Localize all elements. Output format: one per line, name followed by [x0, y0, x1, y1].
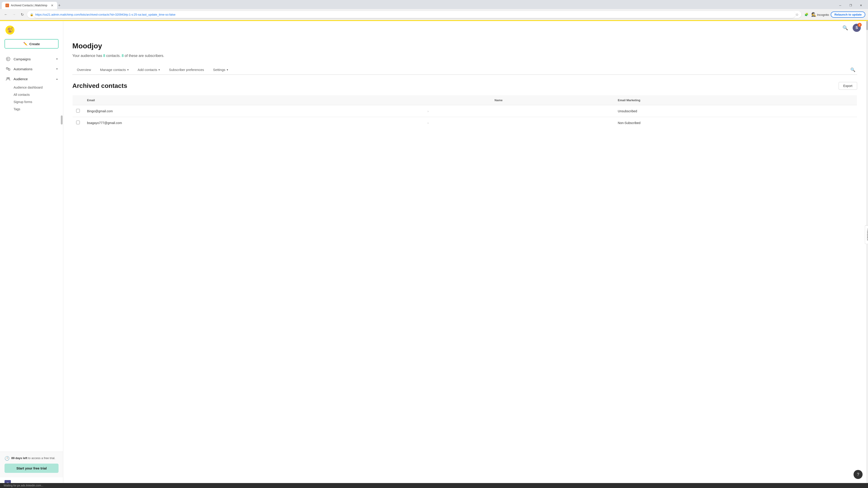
bookmark-button[interactable]: ☆	[796, 12, 799, 17]
tab-title: Archived Contacts | Mailchimp	[11, 4, 47, 7]
row-2-name	[491, 117, 614, 129]
audience-stats: Your audience has 8 contacts. 8 of these…	[72, 54, 857, 58]
row-1-expand-arrow: ›	[428, 109, 429, 113]
tab-close-btn[interactable]: ✕	[51, 4, 54, 7]
refresh-button[interactable]: ↻	[19, 11, 25, 18]
new-tab-button[interactable]: +	[58, 3, 61, 8]
row-1-email: Bingo@gmail.com	[84, 105, 424, 117]
status-bar: Waiting for px.ads.linkedin.com...	[0, 483, 868, 488]
export-button[interactable]: Export	[839, 82, 857, 90]
start-trial-button[interactable]: Start your free trial	[4, 464, 59, 473]
audience-icon	[5, 76, 11, 82]
tab-overview[interactable]: Overview	[72, 65, 96, 75]
incognito-label: 🕵 Incognito	[811, 12, 829, 17]
extensions-button[interactable]: 🧩	[803, 11, 809, 18]
close-window-button[interactable]: ✕	[856, 2, 866, 9]
trial-section: 🕐 89 days left to access a free trial. S…	[0, 452, 63, 477]
global-search-button[interactable]: 🔍	[842, 25, 848, 31]
sidebar-item-all-contacts[interactable]: All contacts	[13, 91, 63, 98]
table-header-email-marketing: Email Marketing	[614, 95, 857, 105]
sidebar-item-tags[interactable]: Tags	[13, 105, 63, 113]
sidebar-item-automations[interactable]: Automations ▾	[0, 64, 63, 74]
scrollbar-thumb[interactable]	[866, 21, 868, 30]
table-row: Bingo@gmail.com › Unsubscribed	[72, 105, 857, 117]
tabs-nav: Overview Manage contacts ▾ Add contacts …	[72, 65, 857, 75]
main-header: 🔍 S 2	[63, 21, 866, 35]
sidebar-item-audience[interactable]: Audience ▴	[0, 74, 63, 84]
row-2-email-marketing: Non-Subscribed	[614, 117, 857, 129]
svg-rect-2	[8, 69, 10, 70]
trial-text: 🕐 89 days left to access a free trial.	[4, 456, 59, 461]
scrollbar-track	[866, 21, 868, 488]
tab-search-button[interactable]: 🔍	[848, 66, 857, 74]
automations-chevron: ▾	[56, 67, 58, 70]
row-1-checkbox[interactable]	[76, 109, 80, 112]
row-2-checkbox-cell	[72, 117, 84, 129]
row-1-checkbox-cell	[72, 105, 84, 117]
forward-button[interactable]: →	[11, 11, 17, 18]
minimize-button[interactable]: ─	[835, 2, 845, 9]
section-header: Archived contacts Export	[72, 82, 857, 90]
mailchimp-logo[interactable]: 🐒	[5, 26, 14, 35]
help-button[interactable]: ?	[854, 470, 863, 479]
table-header-email: Email	[84, 95, 424, 105]
add-contacts-caret: ▾	[158, 68, 160, 71]
contacts-count: 8	[103, 54, 105, 58]
row-1-name	[491, 105, 614, 117]
tab-manage-contacts[interactable]: Manage contacts ▾	[96, 65, 133, 75]
page-title: Moodjoy	[72, 42, 857, 50]
main-content: 🔍 S 2 Moodjoy Your audience has 8 contac…	[63, 21, 866, 488]
lock-icon: 🔒	[30, 13, 33, 16]
browser-tab[interactable]: 🐒 Archived Contacts | Mailchimp ✕	[2, 2, 57, 9]
feedback-tab[interactable]: Feedback	[865, 225, 868, 244]
logo-area: 🐒	[0, 21, 63, 39]
back-button[interactable]: ←	[3, 11, 9, 18]
sidebar-item-signup-forms[interactable]: Signup forms	[13, 98, 63, 105]
table-header-checkbox	[72, 95, 84, 105]
table-row: bsagayo777@gmail.com › Non-Subscribed	[72, 117, 857, 129]
table-header-arrow	[424, 95, 491, 105]
row-2-email: bsagayo777@gmail.com	[84, 117, 424, 129]
svg-point-3	[7, 77, 8, 79]
campaigns-icon	[5, 56, 11, 62]
maximize-button[interactable]: ❐	[845, 2, 856, 9]
subscribers-count: 8	[122, 54, 124, 58]
clock-icon: 🕐	[4, 456, 9, 461]
settings-caret: ▾	[227, 68, 228, 71]
row-1-arrow-cell[interactable]: ›	[424, 105, 491, 117]
section-title: Archived contacts	[72, 82, 127, 90]
sidebar-nav: Campaigns ▾ Automations ▾ Audience ▴	[0, 53, 63, 113]
automations-icon	[5, 66, 11, 72]
notification-badge: 2	[858, 23, 862, 27]
sidebar-item-audience-dashboard[interactable]: Audience dashboard	[13, 84, 63, 91]
campaigns-chevron: ▾	[56, 57, 58, 61]
tab-settings[interactable]: Settings ▾	[209, 65, 232, 75]
svg-rect-1	[6, 68, 8, 69]
address-bar[interactable]	[33, 11, 796, 18]
table-header-name: Name	[491, 95, 614, 105]
row-1-email-marketing: Unsubscribed	[614, 105, 857, 117]
row-2-expand-arrow: ›	[428, 121, 429, 125]
svg-point-4	[8, 77, 9, 79]
user-avatar[interactable]: S 2	[852, 24, 861, 32]
tab-subscriber-preferences[interactable]: Subscriber preferences	[164, 65, 209, 75]
page-content: Moodjoy Your audience has 8 contacts. 8 …	[63, 35, 866, 136]
row-2-arrow-cell[interactable]: ›	[424, 117, 491, 129]
contacts-table: Email Name Email Marketing Bingo@gmail	[72, 95, 857, 129]
relaunch-button[interactable]: Relaunch to update	[831, 11, 865, 18]
tab-favicon: 🐒	[5, 4, 9, 7]
create-button[interactable]: ✏️ Create	[4, 39, 59, 48]
tab-add-contacts[interactable]: Add contacts ▾	[133, 65, 164, 75]
audience-chevron: ▴	[56, 77, 58, 80]
row-2-checkbox[interactable]	[76, 121, 80, 124]
audience-subnav: Audience dashboard All contacts Signup f…	[0, 84, 63, 113]
manage-contacts-caret: ▾	[127, 68, 129, 71]
pencil-icon: ✏️	[23, 42, 28, 46]
sidebar-item-campaigns[interactable]: Campaigns ▾	[0, 54, 63, 64]
sidebar: 🐒 ✏️ Create Campaigns ▾ Automations ▾	[0, 21, 63, 488]
